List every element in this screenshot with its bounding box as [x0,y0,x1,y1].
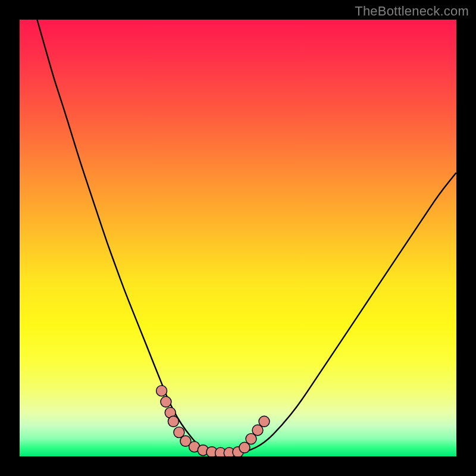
curve-marker [259,416,270,427]
chart-frame: TheBottleneck.com [0,0,476,476]
curve-markers [156,386,270,456]
watermark-text: TheBottleneck.com [355,4,469,19]
bottleneck-curve [37,20,456,453]
curve-marker [156,386,167,396]
plot-area [20,20,456,456]
curve-marker [168,416,178,427]
chart-overlay [20,20,456,456]
curve-marker [161,396,171,407]
